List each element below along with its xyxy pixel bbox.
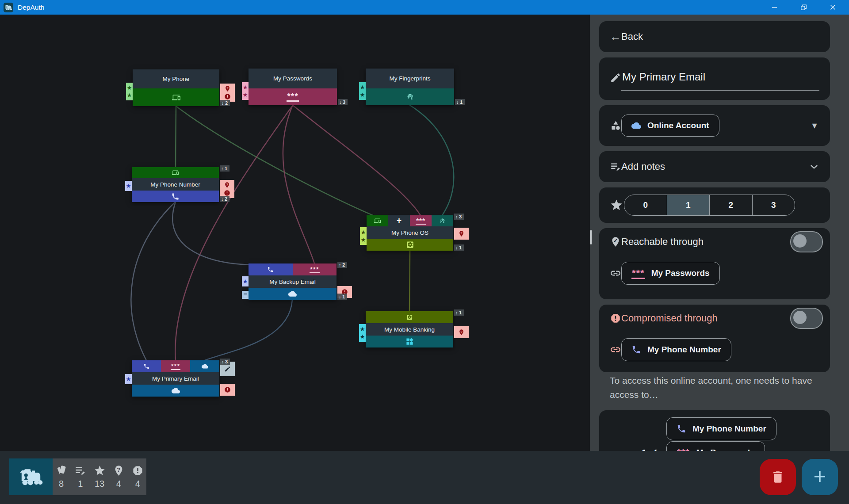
graph-node-my-phone-os[interactable]: +***My Phone OS★★?↑ 3↓ 1 [367,215,453,251]
compromised-label: Compromised through [621,313,718,324]
reachable-toggle[interactable] [790,231,823,252]
status-badge: ? [220,84,235,102]
pencil-icon [610,72,621,84]
add-button[interactable]: + [802,459,838,495]
node-type-strip [132,385,219,397]
notes-icon [243,292,248,298]
stat-excl-octagon[interactable]: 4 [129,465,146,489]
node-label: My Passwords [249,69,337,88]
star-badge: ★ [242,276,249,286]
window-controls [760,0,847,15]
maximize-button[interactable] [789,0,818,15]
outgoing-count-tag: ↓ 1 [455,99,465,105]
dependency-segment: *** [293,263,337,275]
type-select[interactable]: Online Account [621,115,719,137]
access-chip[interactable]: My Phone Number [666,417,776,440]
graph-view-button[interactable] [9,458,53,495]
type-card: Online Account ▾ [599,105,830,146]
star-badge: ★★ [126,83,133,100]
exclamation-octagon-icon [610,313,621,324]
stat-value: 4 [135,479,140,489]
dependency-segment: + [388,215,410,226]
title-bar: DepAuth [0,0,849,15]
dependency-segment [366,311,453,323]
name-input[interactable]: My Primary Email [621,71,819,91]
graph-node-my-primary-email[interactable]: ***My Primary Email★↑ 3 [132,360,219,397]
devices-icon [374,218,381,224]
panel-scrollbar[interactable] [590,230,592,244]
graph-node-my-passwords[interactable]: My Passwords***★★↓ 3 [249,69,337,105]
back-button[interactable]: ← Back [599,21,830,52]
compromised-toggle[interactable] [790,308,823,329]
phone-icon [267,266,274,273]
train-logo-icon [18,464,44,490]
phone-icon [143,363,150,370]
status-badge [220,384,235,396]
maximize-icon [800,4,807,11]
star-badge: ★ [125,181,132,191]
dependency-segment [132,167,219,178]
dependency-edge [131,202,175,360]
caret-down-icon[interactable]: ▾ [810,121,819,130]
stat-value: 8 [59,479,64,489]
graph-node-my-fingerprints[interactable]: My Fingerprints★★↓ 1 [366,69,454,105]
stat-star[interactable]: 13 [91,465,108,489]
fingerprint-icon [439,218,446,224]
cloud-icon [288,290,297,298]
reachable-label: Reachable through [621,236,704,248]
graph-canvas[interactable]: My Phone★★?↓ 2My Passwords***★★↓ 3My Fin… [0,15,590,504]
node-type-strip [366,88,454,105]
star-badge: ★★ [242,82,249,100]
chevron-down-icon[interactable] [809,161,819,172]
devices-icon [172,93,180,102]
excl-icon [224,386,231,393]
close-button[interactable] [818,0,847,15]
pin-check-icon: ✓ [610,236,621,248]
outgoing-count-tag: ↓ 1 [454,244,464,251]
phone-icon [631,345,641,355]
graph-node-my-backup-email[interactable]: ***My Backup Email★↑ 2↓ 1 [249,263,337,300]
dependency-segment [190,360,219,372]
node-label: My Mobile Banking [366,323,453,336]
rating-option-2[interactable]: 2 [709,195,752,215]
dependency-segment: *** [410,215,432,226]
rating-option-3[interactable]: 3 [752,195,795,215]
name-card: My Primary Email [599,57,830,100]
reachable-card: ✓ Reachable through ***My Passwords [599,228,830,299]
rating-option-0[interactable]: 0 [624,195,667,215]
compromised-chip[interactable]: My Phone Number [621,338,731,361]
close-icon [829,4,837,11]
stat-value: 13 [95,479,104,489]
graph-node-my-phone-number[interactable]: My Phone Number★?↑ 1↓ 2 [132,167,219,202]
reachable-chip[interactable]: ***My Passwords [621,262,720,285]
dependency-segment [432,215,453,226]
devices-icon [172,169,179,176]
notes-card[interactable]: Add notes [599,151,830,182]
graph-node-my-phone[interactable]: My Phone★★?↓ 2 [133,69,219,106]
minimize-button[interactable] [760,0,789,15]
delete-button[interactable] [760,459,796,495]
plus-icon: + [811,469,828,485]
rating-segmented-control: 0123 [624,195,795,216]
node-type-strip [133,88,219,106]
widgets-icon [405,337,414,346]
node-type-strip [132,191,219,202]
stat-notes-edit[interactable]: 1 [72,465,89,489]
details-panel: ← Back My Primary Email Online Account ▾… [590,15,849,504]
star-badge: ★★ [360,227,367,245]
pin-question-icon: ? [458,230,465,237]
dependency-segment [132,360,161,372]
dependency-edge [205,300,292,360]
stat-cards[interactable]: 8 [53,465,70,489]
plus-icon: + [396,218,402,224]
pin-question-icon: ? [224,182,230,188]
node-label: My Phone [133,69,219,88]
stat-value: 1 [78,479,83,489]
status-badge: ? [454,326,469,338]
stat-pin-question[interactable]: ?4 [110,465,127,489]
back-arrow-icon: ← [610,31,621,42]
excl-icon [224,93,231,100]
graph-node-my-mobile-banking[interactable]: My Mobile Banking★★?↑ 1 [366,311,453,347]
node-type-strip [249,288,337,300]
rating-option-1[interactable]: 1 [667,195,710,215]
